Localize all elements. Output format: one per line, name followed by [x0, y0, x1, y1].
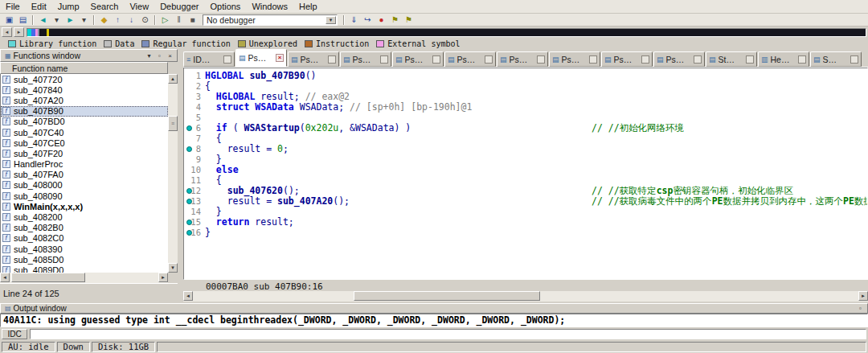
- menu-file[interactable]: File: [0, 0, 26, 13]
- functions-vertical-scrollbar[interactable]: ▲ ≡ ▼: [168, 74, 178, 273]
- code-line[interactable]: 13 result = sub_407A20();// //获取病毒文件中的两个…: [184, 196, 867, 207]
- code-horizontal-scrollbar[interactable]: ◄ ►: [183, 291, 868, 302]
- search-icon[interactable]: ⊙: [138, 14, 152, 26]
- function-row[interactable]: ƒsub_407C40: [1, 127, 168, 138]
- flag-icon[interactable]: ⚑: [388, 14, 402, 26]
- menu-help[interactable]: Help: [293, 0, 323, 13]
- code-line[interactable]: 10 else: [184, 165, 867, 175]
- tab-0[interactable]: ≡ID…: [183, 51, 235, 67]
- run-icon[interactable]: ▷: [158, 14, 172, 26]
- panel-splitter[interactable]: [178, 49, 183, 303]
- jump-down-icon[interactable]: ↓: [125, 14, 138, 26]
- scrollbar-thumb[interactable]: [354, 291, 540, 301]
- tab-6[interactable]: ▤Ps…: [497, 51, 548, 67]
- function-row[interactable]: ƒsub_407CE0: [1, 138, 168, 148]
- menu-view[interactable]: View: [124, 0, 154, 13]
- function-row[interactable]: ƒsub_407B90: [1, 106, 168, 117]
- function-row[interactable]: ƒsub_408200: [1, 211, 168, 222]
- breakpoint-dot[interactable]: [186, 125, 192, 131]
- function-row[interactable]: ƒsub_408000: [1, 180, 168, 191]
- scroll-right-icon[interactable]: ►: [858, 291, 868, 301]
- band-position-indicator[interactable]: [47, 29, 49, 36]
- scroll-down-icon[interactable]: ▼: [168, 263, 178, 273]
- band-zoom-out-button[interactable]: ◂: [2, 27, 12, 37]
- function-row[interactable]: ƒWinMain(x,x,x,x): [1, 201, 168, 211]
- output-dock-icon[interactable]: ▫: [855, 304, 866, 314]
- code-line[interactable]: 4 struct WSAData WSAData; // [sp+0h] [bp…: [184, 102, 867, 113]
- function-row[interactable]: ƒsub_407720: [1, 74, 168, 84]
- menu-search[interactable]: Search: [85, 0, 125, 13]
- function-row[interactable]: ƒsub_4082C0: [1, 233, 168, 244]
- scrollbar-thumb[interactable]: ≡: [168, 116, 178, 131]
- scrollbar-thumb[interactable]: [11, 273, 85, 282]
- code-line[interactable]: 15 return result;: [184, 217, 867, 228]
- code-line[interactable]: 9 }: [184, 154, 867, 165]
- function-row[interactable]: ƒsub_4085D0: [1, 254, 168, 265]
- forward-icon[interactable]: ►: [63, 14, 77, 26]
- bookmark-icon[interactable]: ◆: [97, 14, 111, 26]
- tab-9[interactable]: ▤Ps…: [653, 51, 705, 67]
- tab-10[interactable]: ▤St…: [706, 51, 757, 67]
- panel-float-icon[interactable]: ▫: [154, 51, 165, 60]
- breakpoint-dot[interactable]: [186, 220, 192, 225]
- function-row[interactable]: ƒsub_407F20: [1, 148, 168, 158]
- function-row[interactable]: ƒHandlerProc: [1, 159, 168, 170]
- output-log[interactable]: 40A11C: using guessed type int __cdecl b…: [0, 314, 868, 327]
- code-line[interactable]: 1HGLOBAL sub_407B90(): [184, 71, 867, 81]
- tab-1[interactable]: ▤Ps…×: [235, 49, 287, 67]
- forward-caret-icon[interactable]: ▾: [77, 14, 91, 26]
- column-header-function-name[interactable]: Function name: [0, 62, 168, 74]
- tab-11[interactable]: ▥He…: [758, 51, 809, 67]
- code-line[interactable]: 16}: [184, 228, 867, 238]
- back-icon[interactable]: ◄: [36, 14, 50, 26]
- code-line[interactable]: 6 if ( WSAStartup(0x202u, &WSAData) )// …: [184, 123, 867, 133]
- back-caret-icon[interactable]: ▾: [50, 14, 63, 26]
- breakpoint-dot[interactable]: [186, 146, 192, 152]
- pause-icon[interactable]: ‖: [172, 14, 186, 26]
- band-zoom-in-button[interactable]: ▸: [14, 27, 24, 37]
- scroll-left-icon[interactable]: ◄: [0, 273, 10, 282]
- pseudocode-view[interactable]: 1HGLOBAL sub_407B90()2{3 HGLOBAL result;…: [183, 68, 868, 280]
- menu-edit[interactable]: Edit: [26, 0, 52, 13]
- tab-7[interactable]: ▤Ps…: [549, 51, 600, 67]
- menu-options[interactable]: Options: [204, 0, 246, 13]
- function-row[interactable]: ƒsub_408090: [1, 191, 168, 201]
- menu-windows[interactable]: Windows: [246, 0, 293, 13]
- jump-up-icon[interactable]: ↑: [111, 14, 125, 26]
- function-row[interactable]: ƒsub_407A20: [1, 95, 168, 105]
- save-icon[interactable]: ▣: [2, 14, 16, 26]
- breakpoint-dot[interactable]: [186, 188, 192, 194]
- function-row[interactable]: ƒsub_408390: [1, 244, 168, 254]
- function-row[interactable]: ƒsub_4082B0: [1, 223, 168, 233]
- function-row[interactable]: ƒsub_407FA0: [1, 170, 168, 180]
- debugger-select[interactable]: No debugger▾: [203, 14, 338, 26]
- function-row[interactable]: ƒsub_4089D0: [1, 265, 168, 273]
- step-into-icon[interactable]: ⇓: [347, 14, 361, 26]
- function-row[interactable]: ƒsub_407840: [1, 84, 168, 95]
- breakpoint-icon[interactable]: ●: [375, 14, 388, 26]
- tab-8[interactable]: ▤Ps…: [601, 51, 653, 67]
- panel-menu-icon[interactable]: ▾: [144, 51, 154, 60]
- scroll-right-icon[interactable]: ►: [158, 273, 168, 282]
- menu-jump[interactable]: Jump: [52, 0, 85, 13]
- function-row[interactable]: ƒsub_407BD0: [1, 117, 168, 127]
- flag2-icon[interactable]: ⚑: [402, 14, 416, 26]
- menu-debugger[interactable]: Debugger: [154, 0, 204, 13]
- tab-12[interactable]: ▤S…: [810, 51, 862, 67]
- idc-language-button[interactable]: IDC: [2, 329, 27, 339]
- code-line[interactable]: 8 result = 0;: [184, 144, 867, 154]
- breakpoint-dot[interactable]: [186, 199, 192, 204]
- functions-horizontal-scrollbar[interactable]: ◄ ►: [0, 273, 168, 283]
- command-input[interactable]: [30, 329, 866, 339]
- navigation-band[interactable]: [27, 28, 866, 37]
- panel-close-icon[interactable]: ×: [165, 51, 175, 60]
- tab-4[interactable]: ▤Ps…: [392, 51, 444, 67]
- breakpoint-dot[interactable]: [186, 230, 192, 236]
- tab-close-icon[interactable]: ×: [276, 54, 284, 62]
- step-over-icon[interactable]: ↪: [361, 14, 375, 26]
- scroll-left-icon[interactable]: ◄: [183, 291, 193, 301]
- tab-3[interactable]: ▤Ps…: [340, 51, 391, 67]
- scroll-up-icon[interactable]: ▲: [168, 74, 178, 84]
- tab-2[interactable]: ▤Ps…: [288, 51, 339, 67]
- stop-icon[interactable]: ■: [186, 14, 199, 26]
